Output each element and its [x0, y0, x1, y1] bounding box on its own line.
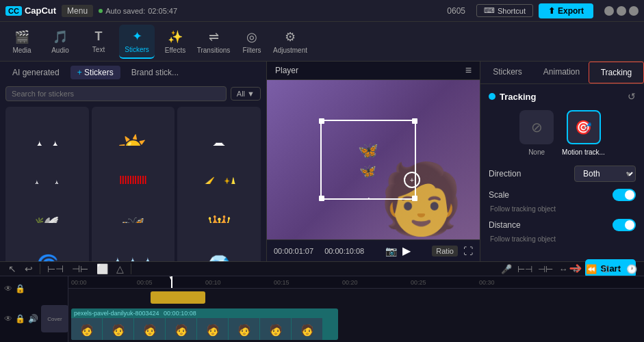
cover-thumbnail: Cover	[41, 305, 68, 332]
filters-icon: ◎	[246, 29, 257, 44]
tool-stickers[interactable]: ✦ Stickers	[119, 25, 155, 59]
tool-media[interactable]: 🎬 Media	[4, 25, 40, 59]
tool-media-label: Media	[12, 47, 31, 54]
split-tool[interactable]: ⊢⊣	[44, 262, 66, 276]
player-canvas: 🧑 🦋 🦋 +	[267, 80, 480, 239]
video-thumb-2: 🧑	[103, 318, 134, 340]
tool-adjustment[interactable]: ⚙ Adjustment	[272, 25, 308, 59]
audio-tool[interactable]: △	[114, 262, 127, 276]
delete-tool[interactable]: ⬜	[94, 262, 111, 276]
tab-ai-generated[interactable]: AI generated	[5, 66, 66, 79]
right-panel-tabs: Stickers Animation Tracking	[480, 62, 644, 84]
divider2	[131, 263, 131, 274]
tool-text[interactable]: T Text	[81, 25, 116, 59]
sticker-item-glitter[interactable]: 💎 ⬇	[177, 223, 261, 262]
plus-icon[interactable]: 🕐	[625, 263, 639, 276]
text-icon: T	[95, 29, 103, 44]
eye-icon[interactable]: 👁	[4, 284, 12, 293]
logo-icon: CC	[5, 6, 22, 16]
minus-icon[interactable]: −	[614, 263, 622, 276]
scale-toggle[interactable]	[613, 189, 636, 201]
tab-brand-stickers[interactable]: Brand stick...	[125, 66, 185, 79]
play-button[interactable]: ▶	[402, 244, 411, 257]
menu-button[interactable]: Menu	[62, 5, 93, 17]
undo-button[interactable]: ↩	[22, 262, 36, 276]
track-option-motion[interactable]: 🎯 Motion track...	[562, 110, 605, 156]
sticker-item-sparkles2[interactable]: ✦✦✦ ⬇	[92, 223, 175, 262]
sticker-selection-box[interactable]: 🦋 🦋	[320, 120, 416, 200]
tab-tracking[interactable]: Tracking	[589, 62, 644, 83]
lock-icon2[interactable]: 🔒	[15, 314, 25, 324]
video-clip[interactable]: pexels-pavel-danilyuk-8003424 00:00:10:0…	[71, 308, 338, 340]
tab-stickers[interactable]: Stickers	[480, 62, 534, 83]
mirror-icon[interactable]: ⏪	[584, 263, 598, 276]
lock-icon[interactable]: 🔒	[15, 284, 25, 293]
cursor-tool[interactable]: ↖	[5, 262, 19, 276]
reverse-icon[interactable]: ⇄	[571, 263, 582, 276]
effects-icon: ✨	[168, 29, 183, 44]
sticker-search-input[interactable]	[5, 86, 227, 101]
cover-label: Cover	[47, 316, 62, 322]
minimize-button[interactable]	[604, 6, 614, 16]
reset-button[interactable]: ↺	[628, 91, 636, 102]
trim-tool[interactable]: ⊣⊢	[69, 262, 91, 276]
adjustment-icon: ⚙	[285, 29, 296, 44]
video-track: pexels-pavel-danilyuk-8003424 00:00:10:0…	[68, 306, 644, 342]
eye-icon2[interactable]: 👁	[4, 314, 12, 324]
export-button[interactable]: ⬆ Export	[539, 3, 593, 18]
tab-stickers-add[interactable]: + Stickers	[70, 66, 120, 79]
player-menu-button[interactable]: ≡	[465, 64, 472, 77]
tool-stickers-label: Stickers	[125, 46, 149, 53]
motion-symbol: 🎯	[575, 119, 592, 135]
split-icon[interactable]: ⊢⊣	[516, 263, 534, 276]
player-area: Player ≡ 🧑 🦋 🦋	[267, 62, 480, 261]
tab-animation[interactable]: Animation	[534, 62, 589, 83]
distance-toggle[interactable]	[613, 219, 636, 231]
tl-row-sticker-controls: 👁 🔒	[0, 276, 68, 301]
loop-icon[interactable]: ↔	[557, 263, 569, 276]
fullscreen-button[interactable]: ⛶	[463, 246, 473, 256]
autosave-dot	[99, 9, 103, 13]
tl-playhead[interactable]	[171, 276, 172, 288]
video-thumb-3: 🧑	[134, 318, 166, 340]
crop-icon[interactable]: ⊡	[601, 263, 611, 276]
media-icon: 🎬	[14, 29, 29, 44]
sticker-item-orb[interactable]: 🌀 ⬇	[5, 223, 89, 262]
ratio-button[interactable]: Ratio	[432, 246, 458, 256]
tool-transitions[interactable]: ⇌ Transitions	[196, 25, 231, 59]
corner-br	[412, 196, 417, 201]
sticker-clip[interactable]	[151, 291, 205, 304]
ruler-mark-15: 00:15	[274, 279, 289, 286]
direction-select-wrap: Both Horizontal Vertical ▼	[574, 166, 636, 182]
tool-audio[interactable]: 🎵 Audio	[42, 25, 78, 59]
direction-select[interactable]: Both Horizontal Vertical	[574, 166, 636, 182]
screenshot-button[interactable]: 📷	[385, 246, 397, 256]
stickers-icon: ✦	[132, 29, 142, 44]
mic-button[interactable]: 🎤	[500, 263, 513, 276]
left-panel: AI generated + Stickers Brand stick... A…	[0, 62, 267, 261]
scale-label: Scale	[489, 190, 509, 200]
autosave-text: Auto saved:	[105, 7, 145, 15]
motion-label: Motion track...	[562, 148, 605, 156]
scale-row: Scale	[489, 189, 636, 201]
ruler-mark-5: 00:05	[137, 279, 153, 286]
tool-filters[interactable]: ◎ Filters	[234, 25, 270, 59]
video-thumb-8: 🧑	[292, 318, 323, 340]
all-filter-button[interactable]: All ▼	[231, 87, 261, 101]
tool-effects[interactable]: ✨ Effects	[157, 25, 193, 59]
close-button[interactable]	[629, 6, 639, 16]
audio-icon[interactable]: 🔊	[28, 314, 38, 324]
none-label: None	[528, 148, 545, 156]
track-option-none[interactable]: ⊘ None	[519, 110, 554, 156]
search-row: All ▼	[0, 83, 266, 104]
distance-row: Distance	[489, 219, 636, 231]
section-header: Tracking ↺	[489, 91, 636, 102]
shortcut-button[interactable]: ⌨ Shortcut	[476, 4, 533, 17]
autosave-info: Auto saved: 02:05:47	[99, 7, 177, 15]
merge-icon[interactable]: ⊣⊢	[537, 263, 554, 276]
timeline-content: 👁 🔒 👁 🔒 🔊 Cover 00:00 00:05 00:10 00:15 …	[0, 276, 644, 342]
tool-text-label: Text	[92, 46, 105, 53]
timeline: ↖ ↩ ⊢⊣ ⊣⊢ ⬜ △ 🎤 ⊢⊣ ⊣⊢ ↔ ⇄ ⏪ ⊡ − 🕐 👁 🔒	[0, 261, 644, 342]
video-thumbnails: 🧑 🧑 🧑 🧑 🧑 🧑 🧑 🧑	[71, 318, 338, 340]
maximize-button[interactable]	[617, 6, 626, 16]
